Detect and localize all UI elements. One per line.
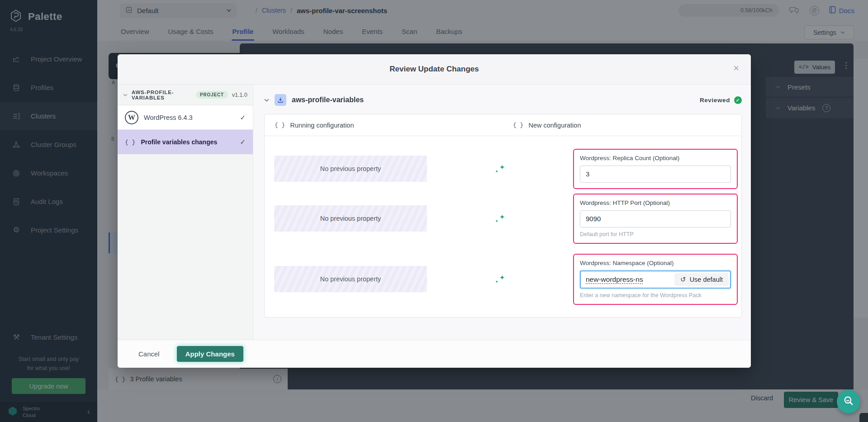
close-icon[interactable]: ×: [733, 63, 739, 73]
section-header: aws-profile-variables Reviewed ✓: [264, 92, 742, 108]
review-update-changes-modal: Review Update Changes × AWS-PROFILE-VARI…: [118, 54, 751, 368]
cancel-button[interactable]: Cancel: [138, 350, 160, 358]
section-title: aws-profile-variables: [292, 96, 364, 104]
modal-header: Review Update Changes ×: [118, 54, 751, 85]
pack-item-profile-variables[interactable]: { } Profile variables changes ✓: [118, 130, 253, 154]
new-value-sparkle-icon: ✦✦: [495, 274, 505, 284]
highlighted-field-replica-count: Wordpress: Replica Count (Optional): [573, 149, 738, 189]
running-configuration-column: { } Running configuration: [265, 114, 503, 136]
configuration-diff-box: { } Running configuration { } New config…: [264, 114, 742, 318]
new-configuration-column: { } New configuration: [503, 114, 741, 136]
field-label: Wordpress: Namespace (Optional): [580, 260, 731, 266]
no-previous-property-box: No previous property: [274, 156, 427, 182]
braces-icon: { }: [513, 122, 523, 128]
new-value-sparkle-icon: ✦✦: [495, 164, 505, 174]
search-fab-button[interactable]: [837, 390, 860, 413]
pack-import-icon: [275, 94, 286, 106]
diff-column-headers: { } Running configuration { } New config…: [265, 114, 741, 136]
check-icon: ✓: [240, 138, 246, 146]
check-circle-icon: ✓: [734, 96, 742, 104]
new-value-sparkle-icon: ✦✦: [495, 213, 505, 223]
modal-diff-content: aws-profile-variables Reviewed ✓ { } Run…: [253, 85, 751, 340]
check-icon: ✓: [240, 114, 246, 122]
chevron-down-icon: [123, 94, 128, 96]
chevron-down-icon[interactable]: [264, 99, 269, 102]
field-helper-text: Enter a new namespace for the Wordpress …: [580, 292, 731, 299]
use-default-button[interactable]: ↺ Use default: [674, 273, 729, 286]
field-helper-text: Default port for HTTP: [580, 231, 731, 237]
restore-icon: ↺: [680, 276, 686, 283]
diff-row-replica-count: No previous property ✦✦ Wordpress: Repli…: [274, 147, 738, 190]
modal-footer: Cancel Apply Changes: [118, 340, 751, 368]
apply-changes-button[interactable]: Apply Changes: [177, 346, 243, 362]
wordpress-logo-icon: W: [125, 111, 138, 124]
braces-icon: { }: [275, 122, 285, 128]
diff-row-http-port: No previous property ✦✦ Wordpress: HTTP …: [274, 195, 738, 242]
diff-row-namespace: No previous property ✦✦ Wordpress: Names…: [274, 254, 738, 304]
no-previous-property-box: No previous property: [274, 205, 427, 232]
project-scope-badge: PROJECT: [196, 91, 228, 99]
magnifier-icon: [843, 395, 854, 408]
modal-title: Review Update Changes: [389, 65, 479, 74]
field-label: Wordpress: HTTP Port (Optional): [580, 199, 731, 206]
field-label: Wordpress: Replica Count (Optional): [580, 155, 731, 161]
replica-count-input[interactable]: [580, 166, 731, 183]
namespace-input[interactable]: new-wordpress-ns ↺ Use default: [580, 270, 731, 289]
highlighted-field-http-port: Wordpress: HTTP Port (Optional) Default …: [573, 194, 738, 244]
pack-item-wordpress[interactable]: W WordPress 6.4.3 ✓: [118, 105, 253, 130]
reviewed-status-badge: Reviewed ✓: [700, 96, 742, 104]
namespace-value[interactable]: new-wordpress-ns: [581, 275, 643, 284]
profile-group-name: AWS-PROFILE-VARIABLES: [132, 90, 192, 100]
profile-group-header[interactable]: AWS-PROFILE-VARIABLES PROJECT v1.1.0: [118, 85, 253, 105]
braces-icon: { }: [125, 139, 135, 146]
no-previous-property-box: No previous property: [274, 266, 427, 292]
http-port-input[interactable]: [580, 210, 731, 228]
profile-version: v1.1.0: [232, 92, 247, 98]
highlighted-field-namespace: Wordpress: Namespace (Optional) new-word…: [573, 254, 738, 305]
modal-pack-list: AWS-PROFILE-VARIABLES PROJECT v1.1.0 W W…: [118, 85, 253, 340]
